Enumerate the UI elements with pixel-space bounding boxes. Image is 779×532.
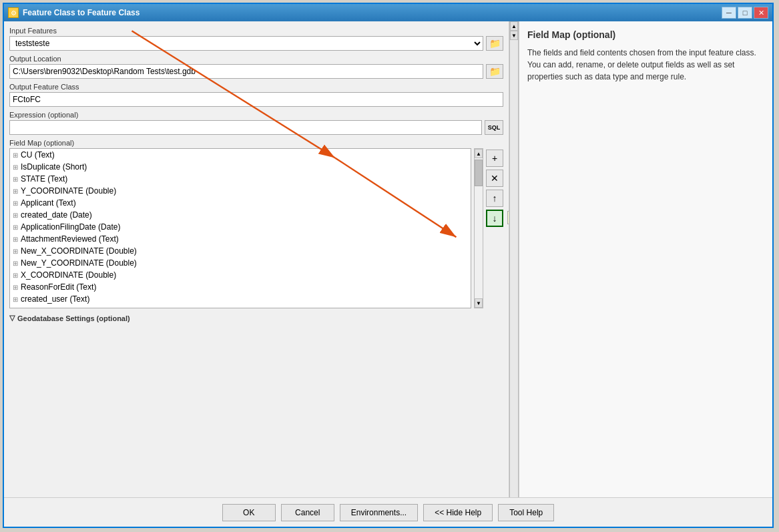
title-bar: ⚙ Feature Class to Feature Class ─ □ ✕ (4, 4, 772, 21)
move-down-button[interactable]: ↓ Move Input Field Down (486, 210, 503, 227)
field-item[interactable]: ⊞ApplicationFilingDate (Date) (10, 221, 471, 233)
field-item[interactable]: ⊞IsDuplicate (Short) (10, 161, 471, 173)
window-title: Feature Class to Feature Class (23, 8, 140, 17)
move-up-button[interactable]: ↑ (486, 190, 503, 207)
expression-label: Expression (optional) (9, 111, 503, 119)
field-item-label: CU (Text) (21, 150, 55, 160)
add-field-button[interactable]: + (486, 150, 503, 167)
field-item-label: IsDuplicate (Short) (21, 162, 87, 172)
field-map-scrollbar[interactable]: ▲ ▼ (474, 148, 483, 308)
field-expand-icon: ⊞ (13, 260, 18, 267)
field-item[interactable]: ⊞New_X_COORDINATE (Double) (10, 245, 471, 257)
expression-group: Expression (optional) SQL (9, 111, 503, 135)
field-item-label: last_edited_user (Text) (21, 306, 101, 308)
field-expand-icon: ⊞ (13, 200, 18, 207)
expression-row: SQL (9, 120, 503, 135)
bottom-bar: OK Cancel Environments... << Hide Help T… (4, 497, 772, 527)
field-item[interactable]: ⊞STATE (Text) (10, 173, 471, 185)
title-bar-controls: ─ □ ✕ (722, 7, 768, 19)
field-item[interactable]: ⊞created_date (Date) (10, 209, 471, 221)
move-down-tooltip: Move Input Field Down (507, 211, 509, 224)
output-feature-class-row (9, 92, 503, 107)
remove-field-button[interactable]: ✕ (486, 170, 503, 187)
output-location-input[interactable] (9, 64, 483, 79)
field-expand-icon: ⊞ (13, 236, 18, 243)
field-item-label: ReasonForEdit (Text) (21, 282, 96, 292)
field-item-label: X_COORDINATE (Double) (21, 270, 116, 280)
geodatabase-settings-label: Geodatabase Settings (optional) (17, 314, 130, 322)
input-features-browse-button[interactable]: 📁 (486, 36, 503, 51)
input-features-wrapper: teststeste (9, 36, 483, 51)
app-icon: ⚙ (8, 7, 19, 18)
geodatabase-chevron-icon: ▽ (9, 314, 15, 322)
output-location-group: Output Location 📁 (9, 55, 503, 79)
field-expand-icon: ⊞ (13, 164, 18, 171)
field-item[interactable]: ⊞Applicant (Text) (10, 197, 471, 209)
close-button[interactable]: ✕ (754, 7, 768, 19)
environments-button[interactable]: Environments... (340, 504, 418, 521)
field-expand-icon: ⊞ (13, 272, 18, 279)
input-features-dropdown[interactable]: teststeste (9, 36, 483, 51)
field-expand-icon: ⊞ (13, 152, 18, 159)
output-location-browse-button[interactable]: 📁 (486, 64, 503, 79)
right-panel: Field Map (optional) The fields and fiel… (519, 21, 772, 497)
field-item[interactable]: ⊞last_edited_user (Text) (10, 305, 471, 308)
scroll-up-arrow[interactable]: ▲ (475, 149, 483, 158)
output-feature-class-label: Output Feature Class (9, 83, 503, 91)
output-location-label: Output Location (9, 55, 503, 63)
scroll-down-arrow[interactable]: ▼ (475, 298, 483, 308)
field-map-group: Field Map (optional) ⊞CU (Text)⊞IsDuplic… (9, 139, 503, 308)
ok-button[interactable]: OK (222, 504, 276, 521)
main-scrollbar[interactable]: ▲ ▼ (509, 21, 519, 497)
main-window: ⚙ Feature Class to Feature Class ─ □ ✕ (3, 3, 774, 528)
hide-help-button[interactable]: << Hide Help (423, 504, 493, 521)
field-expand-icon: ⊞ (13, 188, 18, 195)
input-features-group: Input Features teststeste 📁 (9, 27, 503, 51)
tool-help-button[interactable]: Tool Help (498, 504, 554, 521)
field-map-label: Field Map (optional) (9, 139, 503, 147)
title-bar-left: ⚙ Feature Class to Feature Class (8, 7, 140, 18)
output-location-row: 📁 (9, 64, 503, 79)
main-scroll-up[interactable]: ▲ (510, 21, 518, 31)
field-item-label: Applicant (Text) (21, 198, 76, 208)
field-expand-icon: ⊞ (13, 248, 18, 255)
input-features-label: Input Features (9, 27, 503, 35)
help-title: Field Map (optional) (527, 29, 764, 40)
field-item[interactable]: ⊞X_COORDINATE (Double) (10, 269, 471, 281)
help-description: The fields and field contents chosen fro… (527, 47, 764, 83)
field-item-label: STATE (Text) (21, 174, 67, 184)
field-map-buttons: + ✕ ↑ ↓ Move Input Field Down (486, 148, 503, 308)
geodatabase-settings-header[interactable]: ▽ Geodatabase Settings (optional) (9, 312, 503, 324)
geodatabase-settings-group: ▽ Geodatabase Settings (optional) (9, 312, 503, 324)
field-item[interactable]: ⊞AttachmentReviewed (Text) (10, 233, 471, 245)
output-feature-class-input[interactable] (9, 92, 503, 107)
move-up-icon: ↑ (493, 193, 497, 204)
field-expand-icon: ⊞ (13, 296, 18, 303)
cancel-button[interactable]: Cancel (281, 504, 334, 521)
field-item[interactable]: ⊞Y_COORDINATE (Double) (10, 185, 471, 197)
minimize-button[interactable]: ─ (722, 7, 736, 19)
input-features-row: teststeste 📁 (9, 36, 503, 51)
field-item-label: created_user (Text) (21, 294, 89, 304)
sql-button[interactable]: SQL (485, 120, 503, 135)
remove-icon: ✕ (491, 173, 499, 184)
main-content: Input Features teststeste 📁 Output Locat… (4, 21, 772, 497)
field-map-list[interactable]: ⊞CU (Text)⊞IsDuplicate (Short)⊞STATE (Te… (9, 148, 471, 308)
field-item-label: Y_COORDINATE (Double) (21, 186, 116, 196)
field-item-label: ApplicationFilingDate (Date) (21, 222, 120, 232)
field-expand-icon: ⊞ (13, 224, 18, 231)
field-item-label: New_Y_COORDINATE (Double) (21, 258, 137, 268)
main-scroll-down[interactable]: ▼ (510, 31, 518, 40)
field-item[interactable]: ⊞New_Y_COORDINATE (Double) (10, 257, 471, 269)
field-item-label: created_date (Date) (21, 210, 92, 220)
field-item[interactable]: ⊞ReasonForEdit (Text) (10, 281, 471, 293)
expression-input[interactable] (9, 120, 482, 135)
field-expand-icon: ⊞ (13, 212, 18, 219)
maximize-button[interactable]: □ (738, 7, 752, 19)
field-expand-icon: ⊞ (13, 176, 18, 183)
field-item-label: AttachmentReviewed (Text) (21, 234, 119, 244)
scroll-thumb[interactable] (475, 160, 483, 186)
move-down-icon: ↓ (493, 213, 497, 224)
field-item[interactable]: ⊞CU (Text) (10, 149, 471, 161)
field-item[interactable]: ⊞created_user (Text) (10, 293, 471, 305)
